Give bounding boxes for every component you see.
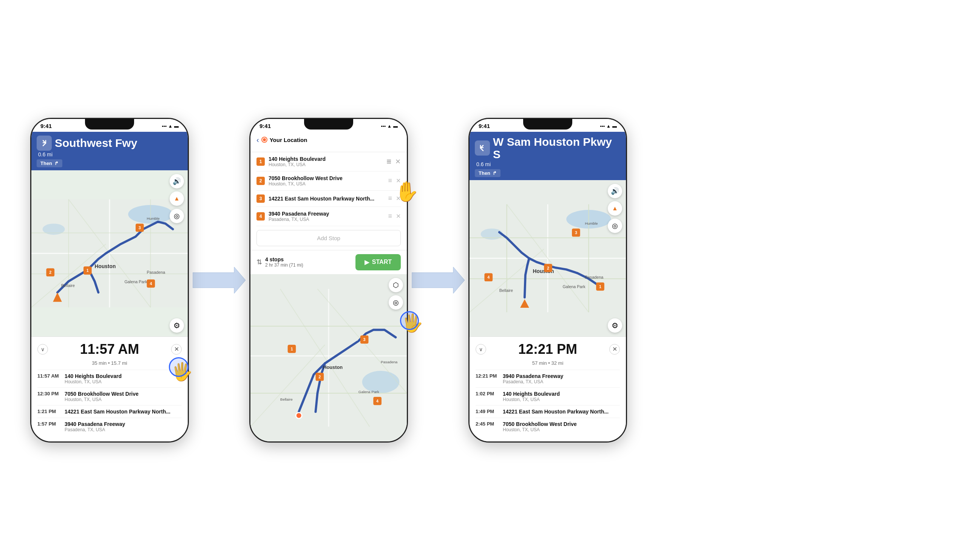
layers-btn-2[interactable]: ⬡ <box>389 278 403 292</box>
svg-text:4: 4 <box>376 399 378 403</box>
svg-text:2: 2 <box>318 374 321 379</box>
notch-3 <box>523 119 572 130</box>
battery-icon-3: ▬ <box>612 124 617 129</box>
svg-text:Galena Park: Galena Park <box>124 279 147 283</box>
svg-marker-25 <box>193 267 246 293</box>
route-summary-bar: ⇅ 4 stops 2 hr 37 min (71 mi) ▶ START <box>251 250 407 274</box>
svg-text:Houston: Houston <box>323 364 343 370</box>
location-btn-3[interactable]: ◎ <box>608 219 622 233</box>
status-time-1: 9:41 <box>40 123 52 129</box>
svg-text:2: 2 <box>49 270 51 275</box>
map-3: Houston Galena Park Bellaire Pasadena Hu… <box>470 180 626 336</box>
svg-text:Bellaire: Bellaire <box>280 397 293 401</box>
location-btn-2[interactable]: ◎ <box>389 295 403 310</box>
wp-num-2: 2 <box>256 177 265 185</box>
wp-close-4[interactable]: ✕ <box>396 212 401 220</box>
wp-drag-3[interactable]: ≡ <box>388 194 392 203</box>
then-label-3: Then <box>479 170 490 176</box>
wifi-icon-1: ▲ <box>168 124 173 129</box>
arrival-time-1: 11:57 AM <box>48 341 171 357</box>
expand-btn-1[interactable]: ∨ <box>37 344 48 354</box>
sound-btn-1[interactable]: 🔊 <box>170 174 184 188</box>
status-time-3: 9:41 <box>479 123 490 129</box>
arrow-2 <box>408 265 469 295</box>
stop-item-3-3: 1:49 PM 14221 East Sam Houston Parkway N… <box>475 405 620 418</box>
svg-text:2: 2 <box>547 265 549 270</box>
nav-header-3: W Sam Houston Pkwy S 0.6 mi Then ↱ <box>470 132 626 180</box>
compass-btn-3[interactable]: ▲ <box>608 201 622 216</box>
compass-btn-1[interactable]: ▲ <box>170 191 184 206</box>
your-location-dot <box>262 137 267 142</box>
battery-icon-2: ▬ <box>393 124 398 129</box>
stop-list-1: 11:57 AM 140 Heights Boulevard Houston, … <box>37 370 182 435</box>
start-label: START <box>372 259 392 265</box>
waypoint-list: 1 140 Heights Boulevard Houston, TX, USA… <box>251 152 407 226</box>
svg-text:Pasadena: Pasadena <box>585 275 604 280</box>
then-label-1: Then <box>40 160 52 166</box>
waypoint-item-4: 4 3940 Pasadena Freeway Pasadena, TX, US… <box>256 207 401 226</box>
wifi-icon-2: ▲ <box>387 124 392 129</box>
status-icons-3: ▪▪▪ ▲ ▬ <box>600 124 617 129</box>
start-btn[interactable]: ▶ START <box>355 254 401 270</box>
route-summary-time: 2 hr 37 min (71 mi) <box>265 262 303 268</box>
route-options-icon[interactable]: ⇅ <box>256 258 262 266</box>
svg-text:3: 3 <box>139 225 141 230</box>
svg-text:Humble: Humble <box>585 221 598 226</box>
settings-btn-1[interactable]: ⚙ <box>170 318 184 333</box>
svg-text:1: 1 <box>86 268 89 273</box>
scene: 9:41 ▪▪▪ ▲ ▬ <box>0 0 967 560</box>
wp-close-1[interactable]: ✕ <box>395 158 401 166</box>
settings-btn-3[interactable]: ⚙ <box>608 318 622 333</box>
sound-btn-3[interactable]: 🔊 <box>608 184 622 198</box>
your-location-label: Your Location <box>270 137 307 143</box>
wp-drag-4[interactable]: ≡ <box>388 212 392 220</box>
status-icons-2: ▪▪▪ ▲ ▬ <box>381 124 398 129</box>
start-arrow-icon: ▶ <box>365 259 369 266</box>
street-name-1: Southwest Fwy <box>55 137 137 149</box>
wp-num-4: 4 <box>256 212 265 221</box>
route-summary-stops: 4 stops <box>265 256 303 262</box>
stop-item-1-2: 12:30 PM 7050 Brookhollow West Drive Hou… <box>37 387 182 405</box>
stop-item-1-4: 1:57 PM 3940 Pasadena Freeway Pasadena, … <box>37 418 182 435</box>
arrival-row-1: ∨ 11:57 AM ✕ <box>37 341 182 357</box>
map-controls-1: 🔊 ▲ ◎ <box>170 174 184 223</box>
add-stop-btn[interactable]: Add Stop <box>256 230 401 246</box>
wp-drag-1[interactable]: ≡ <box>386 157 391 166</box>
svg-text:3: 3 <box>575 230 577 234</box>
stop-item-1-3: 1:21 PM 14221 East Sam Houston Parkway N… <box>37 405 182 418</box>
arrival-row-3: ∨ 12:21 PM ✕ <box>475 341 620 357</box>
route-edit-header: ‹ Your Location <box>251 132 407 152</box>
signal-icon-2: ▪▪▪ <box>381 124 386 129</box>
waypoint-item-3: 3 14221 East Sam Houston Parkway North..… <box>256 191 401 207</box>
svg-text:3: 3 <box>363 337 366 342</box>
trip-meta-1: 35 min • 15.7 mi <box>37 360 182 366</box>
status-time-2: 9:41 <box>259 123 271 129</box>
nav-header-1: Southwest Fwy 0.6 mi Then ↱ <box>31 132 188 170</box>
svg-text:Bellaire: Bellaire <box>499 288 513 292</box>
svg-text:Galena Park: Galena Park <box>358 390 379 394</box>
stop-item-1-1: 11:57 AM 140 Heights Boulevard Houston, … <box>37 370 182 387</box>
svg-point-47 <box>296 412 302 418</box>
back-icon[interactable]: ‹ <box>256 135 259 144</box>
notch-1 <box>85 119 134 130</box>
wp-close-3[interactable]: ✕ <box>396 195 401 202</box>
then-row-1: Then ↱ <box>36 159 62 167</box>
close-btn-3[interactable]: ✕ <box>609 344 620 354</box>
signal-icon-1: ▪▪▪ <box>162 124 167 129</box>
phone-2: 9:41 ▪▪▪ ▲ ▬ ‹ Your Location <box>249 118 408 443</box>
turn-icon-3 <box>475 140 490 156</box>
stop-list-3: 12:21 PM 3940 Pasadena Freeway Pasadena,… <box>475 370 620 435</box>
arrow-1 <box>189 265 249 295</box>
svg-text:Galena Park: Galena Park <box>563 284 586 288</box>
wp-drag-2[interactable]: ≡ <box>388 177 392 184</box>
svg-marker-48 <box>412 267 465 293</box>
stop-item-3-1: 12:21 PM 3940 Pasadena Freeway Pasadena,… <box>475 370 620 387</box>
close-btn-1[interactable]: ✕ <box>171 344 182 354</box>
expand-btn-3[interactable]: ∨ <box>475 344 486 354</box>
phone-3: 9:41 ▪▪▪ ▲ ▬ <box>469 118 627 443</box>
bottom-panel-3: ∨ 12:21 PM ✕ 57 min • 32 mi 12:21 PM 394… <box>470 336 626 441</box>
location-btn-1[interactable]: ◎ <box>170 209 184 223</box>
wp-close-2[interactable]: ✕ <box>396 177 401 184</box>
wifi-icon-3: ▲ <box>606 124 611 129</box>
distance-3: 0.6 mi <box>476 161 620 167</box>
